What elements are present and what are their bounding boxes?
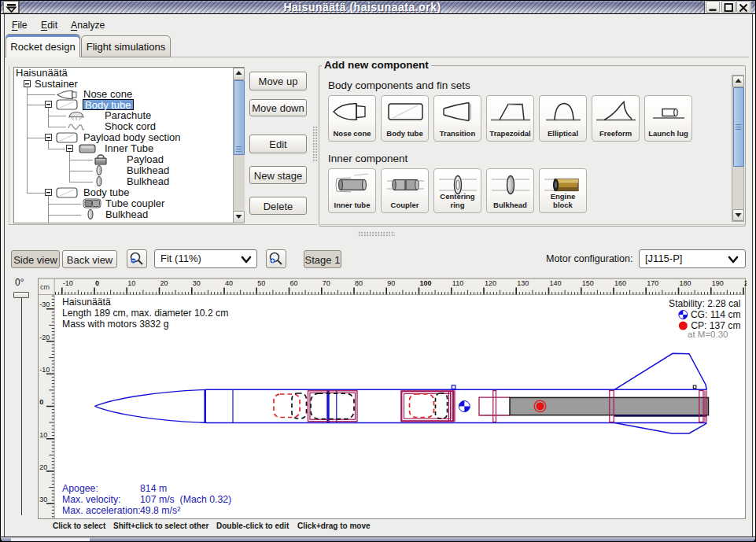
svg-text:40: 40 [225,279,233,287]
svg-text:CG: 114 cm: CG: 114 cm [691,309,741,320]
svg-text:Haisunäätä: Haisunäätä [62,297,111,308]
svg-text:20: 20 [160,279,168,287]
svg-text:Max. velocity:: Max. velocity: [62,494,120,505]
svg-text:20: 20 [39,463,47,471]
svg-text:107 m/s (Mach 0.32): 107 m/s (Mach 0.32) [140,494,231,505]
svg-text:cm: cm [40,283,50,291]
svg-text:Max. acceleration:: Max. acceleration: [62,505,141,516]
svg-text:110: 110 [452,279,463,287]
svg-text:49.8 m/s²: 49.8 m/s² [140,505,180,516]
svg-text:-10: -10 [39,366,50,374]
svg-text:160: 160 [614,279,626,287]
svg-text:30: 30 [193,279,201,287]
svg-text:Stability: 2.28 cal: Stability: 2.28 cal [669,298,740,309]
svg-text:140: 140 [550,279,562,287]
svg-text:0: 0 [39,398,43,406]
svg-text:120: 120 [485,279,496,287]
svg-text:Length 189 cm, max. diameter 1: Length 189 cm, max. diameter 10.2 cm [62,308,228,319]
svg-text:200: 200 [744,279,756,287]
svg-text:150: 150 [582,279,594,287]
svg-text:180: 180 [680,279,691,287]
svg-text:130: 130 [517,279,529,287]
svg-text:-20: -20 [39,334,50,341]
svg-text:Apogee:: Apogee: [62,483,98,494]
svg-text:-10: -10 [63,279,73,287]
svg-text:70: 70 [323,279,330,287]
svg-text:30: 30 [39,496,47,503]
svg-text:814 m: 814 m [140,483,167,494]
svg-text:190: 190 [712,279,724,287]
svg-text:0: 0 [95,279,99,287]
svg-text:170: 170 [647,279,658,287]
svg-text:80: 80 [355,279,363,287]
svg-text:100: 100 [420,279,432,287]
svg-text:at M=0.30: at M=0.30 [688,330,728,339]
svg-text:10: 10 [39,431,47,439]
svg-text:50: 50 [257,279,265,287]
svg-text:90: 90 [387,279,395,287]
svg-text:Mass with motors 3832 g: Mass with motors 3832 g [62,319,168,330]
svg-text:10: 10 [127,279,135,287]
svg-text:60: 60 [290,279,298,287]
svg-text:-30: -30 [39,300,50,308]
